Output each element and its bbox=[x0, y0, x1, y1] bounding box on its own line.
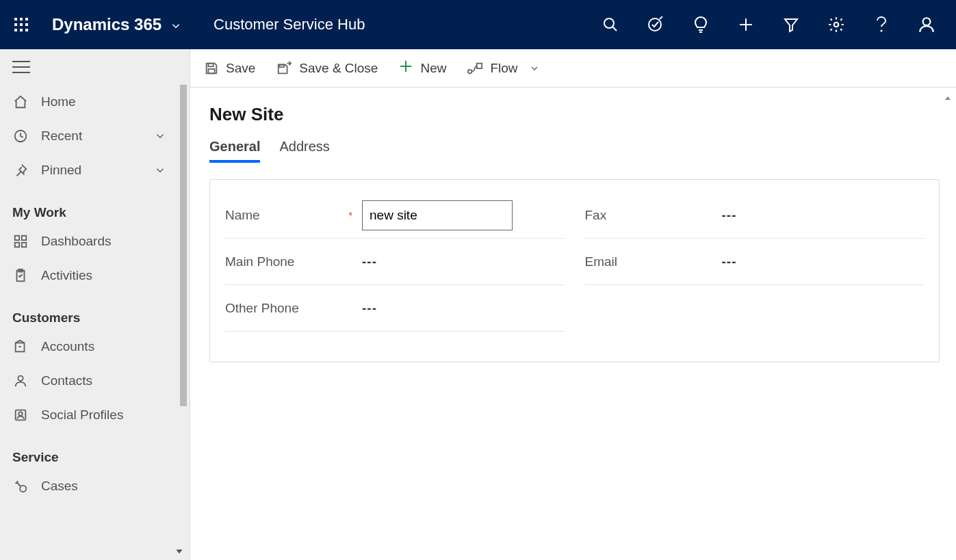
svg-rect-36 bbox=[208, 68, 214, 72]
form-column-right: Fax --- Email --- bbox=[585, 192, 925, 332]
tab-general[interactable]: General bbox=[209, 139, 260, 163]
sidebar-toggle[interactable] bbox=[0, 49, 190, 85]
sidebar-item-dashboards[interactable]: Dashboards bbox=[0, 224, 179, 258]
svg-marker-34 bbox=[176, 550, 182, 554]
case-icon bbox=[12, 478, 29, 494]
field-email[interactable]: Email --- bbox=[585, 239, 925, 285]
new-button[interactable]: New bbox=[398, 59, 446, 77]
svg-rect-25 bbox=[22, 243, 26, 247]
field-label-text: Fax bbox=[585, 208, 607, 223]
caret-up-icon bbox=[944, 94, 952, 103]
social-icon bbox=[12, 407, 29, 423]
sidebar-item-home[interactable]: Home bbox=[0, 85, 179, 119]
svg-rect-23 bbox=[22, 236, 26, 240]
task-check-icon bbox=[647, 16, 664, 33]
svg-marker-42 bbox=[945, 96, 951, 100]
account-icon bbox=[12, 338, 29, 355]
sidebar-item-social-profiles[interactable]: Social Profiles bbox=[0, 398, 179, 432]
sidebar-item-contacts[interactable]: Contacts bbox=[0, 364, 179, 398]
user-profile-button[interactable] bbox=[904, 0, 949, 49]
field-main-phone[interactable]: Main Phone --- bbox=[225, 239, 565, 285]
svg-rect-3 bbox=[14, 23, 17, 26]
product-switcher[interactable]: Dynamics 365 bbox=[52, 15, 182, 34]
global-navbar: Dynamics 365 Customer Service Hub bbox=[0, 0, 956, 49]
svg-point-33 bbox=[20, 485, 26, 492]
svg-rect-5 bbox=[25, 23, 28, 26]
app-name: Customer Service Hub bbox=[214, 16, 365, 34]
sidebar-section-service: Service bbox=[0, 432, 179, 469]
chevron-down-icon bbox=[529, 63, 540, 74]
chevron-down-icon bbox=[154, 164, 166, 176]
sidebar-item-recent[interactable]: Recent bbox=[0, 119, 179, 153]
save-close-label: Save & Close bbox=[299, 61, 378, 76]
flow-button[interactable]: Flow bbox=[467, 61, 539, 76]
task-flow-button[interactable] bbox=[633, 0, 678, 49]
svg-rect-1 bbox=[20, 18, 23, 21]
chevron-down-icon bbox=[170, 20, 182, 32]
search-icon bbox=[602, 16, 619, 33]
sidebar-item-label: Recent bbox=[41, 129, 82, 144]
sidebar-section-customers: Customers bbox=[0, 293, 179, 330]
field-value: --- bbox=[362, 254, 565, 269]
save-icon bbox=[204, 61, 219, 76]
settings-button[interactable] bbox=[814, 0, 859, 49]
tab-address[interactable]: Address bbox=[279, 139, 329, 163]
quick-create-button[interactable] bbox=[723, 0, 768, 49]
field-label-text: Name bbox=[225, 208, 260, 223]
svg-rect-7 bbox=[20, 29, 23, 31]
pin-icon bbox=[12, 162, 29, 178]
sidebar-item-label: Activities bbox=[41, 268, 92, 283]
svg-point-19 bbox=[881, 30, 883, 32]
sidebar-item-label: Pinned bbox=[41, 163, 81, 178]
save-button[interactable]: Save bbox=[204, 61, 255, 76]
field-value: --- bbox=[722, 254, 925, 269]
field-label-text: Main Phone bbox=[225, 254, 294, 269]
assistant-button[interactable] bbox=[678, 0, 723, 49]
sidebar-item-pinned[interactable]: Pinned bbox=[0, 153, 179, 187]
page-title: New Site bbox=[209, 104, 940, 125]
svg-point-32 bbox=[18, 412, 23, 416]
svg-point-9 bbox=[604, 18, 614, 28]
field-fax[interactable]: Fax --- bbox=[585, 192, 925, 239]
field-other-phone[interactable]: Other Phone --- bbox=[225, 285, 565, 332]
save-and-close-button[interactable]: Save & Close bbox=[276, 61, 378, 76]
advanced-find-button[interactable] bbox=[768, 0, 814, 49]
home-icon bbox=[12, 94, 29, 110]
app-launcher-icon[interactable] bbox=[14, 17, 29, 32]
sidebar-item-cases[interactable]: Cases bbox=[0, 469, 179, 503]
sitemap-sidebar: Home Recent Pinned bbox=[0, 49, 190, 560]
sidebar-item-label: Contacts bbox=[41, 373, 92, 388]
sidebar-item-label: Accounts bbox=[41, 339, 94, 354]
caret-down-icon bbox=[175, 546, 184, 556]
contact-icon bbox=[12, 373, 29, 389]
field-value: --- bbox=[722, 208, 925, 223]
main-content: Save Save & Close New Flow New bbox=[190, 49, 956, 560]
new-label: New bbox=[420, 61, 446, 76]
sidebar-item-label: Cases bbox=[41, 479, 78, 494]
sidebar-scrollbar[interactable] bbox=[180, 85, 187, 406]
help-button[interactable] bbox=[859, 0, 904, 49]
clipboard-icon bbox=[12, 267, 29, 284]
field-label-text: Email bbox=[585, 254, 618, 269]
name-input[interactable] bbox=[362, 200, 513, 230]
flow-icon bbox=[467, 62, 483, 75]
save-close-icon bbox=[276, 61, 292, 76]
area-switcher[interactable] bbox=[173, 545, 185, 557]
field-label-text: Other Phone bbox=[225, 301, 299, 316]
field-name: Name * bbox=[225, 192, 565, 239]
scroll-up-caret[interactable] bbox=[942, 93, 953, 104]
svg-rect-24 bbox=[15, 243, 19, 247]
svg-point-20 bbox=[923, 18, 931, 25]
user-icon bbox=[918, 16, 935, 34]
save-label: Save bbox=[226, 61, 255, 76]
product-name: Dynamics 365 bbox=[52, 15, 162, 34]
clock-icon bbox=[12, 128, 29, 144]
sidebar-item-accounts[interactable]: Accounts bbox=[0, 330, 179, 364]
form-card: Name * Main Phone --- Other Phone --- bbox=[209, 179, 940, 362]
lightbulb-icon bbox=[693, 16, 708, 34]
svg-rect-6 bbox=[14, 29, 17, 31]
sidebar-item-activities[interactable]: Activities bbox=[0, 258, 179, 293]
search-button[interactable] bbox=[588, 0, 633, 49]
form-tabs: General Address bbox=[209, 139, 940, 163]
field-value: --- bbox=[362, 301, 565, 316]
